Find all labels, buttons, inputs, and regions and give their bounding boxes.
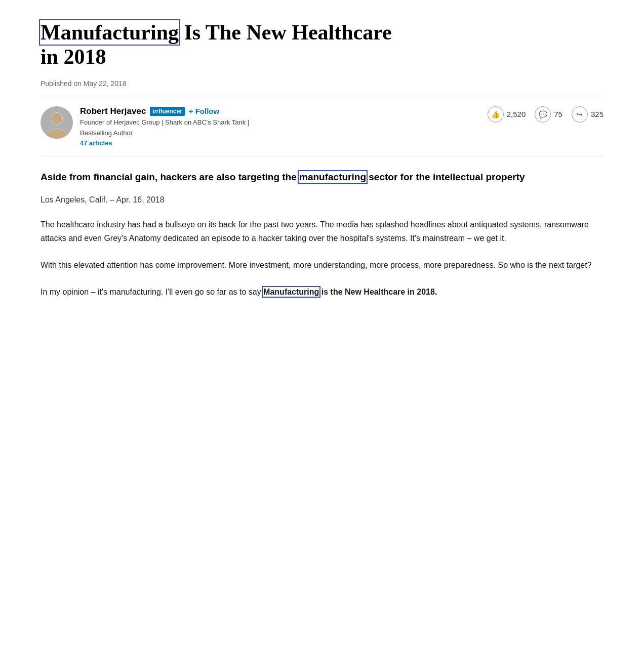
intro-bold: Aside from financial gain, hackers are a… bbox=[41, 171, 602, 184]
author-info: Robert Herjavec influencer + Follow Foun… bbox=[80, 106, 249, 147]
follow-button[interactable]: + Follow bbox=[189, 107, 219, 115]
comments-item: 💬 75 bbox=[535, 106, 562, 123]
badge-fluencer: fluencer bbox=[158, 108, 182, 115]
engagement-row: 👍 2,520 💬 75 ↪ 325 bbox=[488, 106, 603, 123]
author-tagline-line2: Bestselling Author bbox=[80, 129, 249, 138]
intro-manufacturing-highlighted: manufacturing bbox=[299, 172, 366, 182]
comment-icon[interactable]: 💬 bbox=[535, 106, 551, 123]
influencer-badge: influencer bbox=[150, 107, 184, 116]
title-rest: Is The New Healthcare bbox=[179, 21, 392, 44]
comment-count: 75 bbox=[554, 110, 562, 118]
author-tagline-line1: Founder of Herjavec Group | Shark on ABC… bbox=[80, 118, 249, 127]
author-name[interactable]: Robert Herjavec bbox=[80, 106, 146, 116]
author-articles-link[interactable]: 47 articles bbox=[80, 139, 249, 147]
paragraph-2: With this elevated attention has come im… bbox=[41, 258, 602, 272]
divider-1 bbox=[41, 97, 603, 97]
like-icon[interactable]: 👍 bbox=[488, 106, 504, 123]
author-left: Robert Herjavec influencer + Follow Foun… bbox=[41, 106, 249, 147]
paragraph-3-manufacturing-highlighted: Manufacturing bbox=[263, 288, 319, 296]
paragraph-3: In my opinion – it's manufacturing. I'll… bbox=[41, 285, 602, 299]
likes-item: 👍 2,520 bbox=[488, 106, 526, 123]
paragraph-3-part1: In my opinion – it's manufacturing. I'll… bbox=[41, 288, 263, 296]
avatar[interactable] bbox=[41, 106, 73, 139]
shares-item: ↪ 325 bbox=[572, 106, 603, 123]
badge-in: in bbox=[152, 108, 158, 115]
intro-part2: sector for the intellectual property bbox=[366, 172, 525, 182]
author-row: Robert Herjavec influencer + Follow Foun… bbox=[41, 106, 603, 147]
article-body: Aside from financial gain, hackers are a… bbox=[41, 171, 602, 299]
title-manufacturing-highlighted: Manufacturing bbox=[41, 21, 179, 44]
published-date: Published on May 22, 2018 bbox=[41, 79, 603, 88]
author-name-row: Robert Herjavec influencer + Follow bbox=[80, 106, 249, 116]
paragraph-3-part2: is the New Healthcare in 2018. bbox=[319, 288, 437, 296]
title-year: in 2018 bbox=[41, 45, 106, 68]
like-count: 2,520 bbox=[507, 110, 526, 118]
divider-2 bbox=[41, 156, 603, 156]
paragraph-1: The healthcare industry has had a bullse… bbox=[41, 218, 602, 245]
article-title: Manufacturing Is The New Healthcare in 2… bbox=[41, 20, 603, 69]
svg-point-3 bbox=[51, 113, 62, 124]
intro-part1: Aside from financial gain, hackers are a… bbox=[41, 172, 299, 182]
share-icon[interactable]: ↪ bbox=[572, 106, 588, 123]
share-count: 325 bbox=[591, 110, 603, 118]
article-date: Los Angeles, Calif. – Apr. 16, 2018 bbox=[41, 195, 602, 205]
